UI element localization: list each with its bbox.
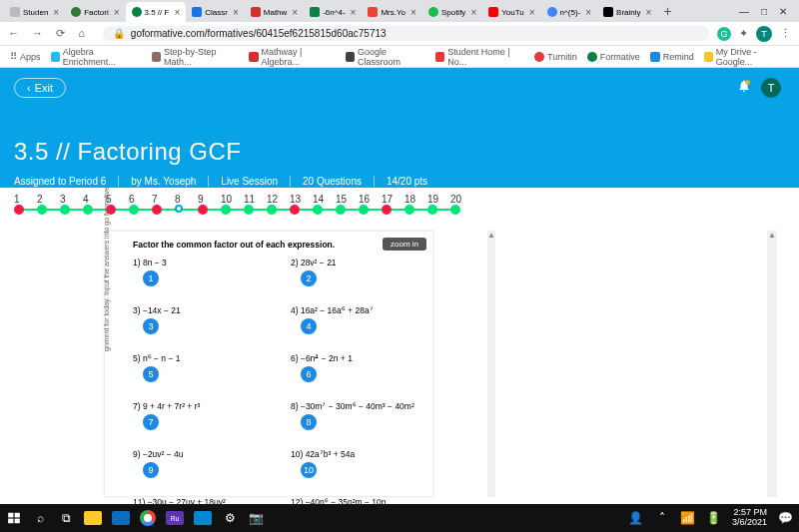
problem-number-bubble[interactable]: 7 (143, 414, 159, 430)
question-dot[interactable] (129, 205, 139, 215)
rush-icon[interactable]: Ru (166, 511, 184, 525)
file-explorer-icon[interactable] (84, 511, 102, 525)
problem-number-bubble[interactable]: 3 (143, 318, 159, 334)
question-number[interactable]: 6 (129, 194, 152, 205)
problem-number-bubble[interactable]: 9 (143, 462, 159, 478)
question-number[interactable]: 2 (37, 194, 60, 205)
zoom-in-button[interactable]: zoom in (383, 238, 426, 251)
question-dot[interactable] (382, 205, 392, 215)
problem-number-bubble[interactable]: 4 (301, 318, 317, 334)
url-bar[interactable]: 🔒 goformative.com/formatives/60415ef6215… (103, 26, 709, 41)
camera-icon[interactable]: 📷 (248, 510, 264, 526)
tab-close-icon[interactable]: × (114, 7, 120, 18)
question-dot[interactable] (450, 205, 460, 215)
people-icon[interactable]: 👤 (628, 510, 644, 526)
question-dot[interactable] (244, 205, 254, 215)
tab-close-icon[interactable]: × (585, 7, 591, 18)
grammarly-ext-icon[interactable]: G (717, 27, 731, 41)
tray-chevron-icon[interactable]: ˄ (654, 510, 670, 526)
browser-tab[interactable]: Brainly× (597, 2, 657, 22)
bookmark-apps[interactable]: ⠿Apps (10, 51, 41, 62)
settings-icon[interactable]: ⚙ (222, 510, 238, 526)
browser-tab[interactable]: Studen× (4, 2, 65, 22)
question-number[interactable]: 20 (450, 194, 473, 205)
question-dot[interactable] (336, 205, 346, 215)
photos-icon[interactable] (194, 511, 212, 525)
search-icon[interactable]: ⌕ (32, 510, 48, 526)
window-maximize-icon[interactable]: □ (761, 6, 767, 17)
browser-tab[interactable]: Mrs.Yo× (362, 2, 421, 22)
tab-close-icon[interactable]: × (410, 7, 416, 18)
browser-tab[interactable]: -6n^4-× (304, 2, 362, 22)
bookmark-item[interactable]: Mathway | Algebra... (249, 47, 336, 67)
question-number[interactable]: 7 (152, 194, 175, 205)
question-dot[interactable] (221, 205, 231, 215)
question-number[interactable]: 10 (221, 194, 244, 205)
extensions-icon[interactable]: ✦ (739, 27, 748, 40)
tab-close-icon[interactable]: × (351, 7, 357, 18)
problem-number-bubble[interactable]: 8 (301, 414, 317, 430)
question-number[interactable]: 9 (198, 194, 221, 205)
inner-scrollbar[interactable]: ▲ (487, 231, 495, 497)
question-number[interactable]: 15 (336, 194, 359, 205)
question-dot[interactable] (404, 205, 414, 215)
bookmark-item[interactable]: Algebra Enrichment... (51, 47, 142, 67)
tab-close-icon[interactable]: × (646, 7, 652, 18)
bookmark-item[interactable]: Google Classroom (346, 47, 425, 67)
browser-tab[interactable]: YouTu× (482, 2, 540, 22)
question-number[interactable]: 13 (290, 194, 313, 205)
browser-menu-icon[interactable]: ⋮ (780, 27, 791, 40)
question-dot[interactable] (427, 205, 437, 215)
tab-close-icon[interactable]: × (53, 7, 59, 18)
exit-button[interactable]: ‹ Exit (14, 78, 66, 98)
question-dot[interactable] (267, 205, 277, 215)
tab-close-icon[interactable]: × (174, 7, 180, 18)
window-minimize-icon[interactable]: — (739, 6, 749, 17)
browser-tab[interactable]: Mathw× (245, 2, 304, 22)
question-number[interactable]: 19 (427, 194, 450, 205)
bookmark-item[interactable]: Turnitin (534, 52, 577, 62)
new-tab-button[interactable]: + (663, 3, 671, 19)
user-avatar[interactable]: T (761, 78, 781, 98)
action-center-icon[interactable]: 💬 (777, 510, 793, 526)
question-number[interactable]: 3 (60, 194, 83, 205)
page-scrollbar[interactable]: ▲ (767, 231, 777, 497)
question-dot[interactable] (198, 205, 208, 215)
nav-home-icon[interactable]: ⌂ (78, 27, 85, 39)
problem-number-bubble[interactable]: 1 (143, 270, 159, 286)
question-dot[interactable] (60, 205, 70, 215)
nav-forward-icon[interactable]: → (32, 27, 43, 39)
question-dot[interactable] (83, 205, 93, 215)
tab-close-icon[interactable]: × (529, 7, 535, 18)
browser-tab-active[interactable]: 3.5 // F× (126, 2, 187, 22)
question-number[interactable]: 16 (359, 194, 382, 205)
question-dot[interactable] (290, 205, 300, 215)
question-number[interactable]: 1 (14, 194, 37, 205)
system-clock[interactable]: 2:57 PM 3/6/2021 (732, 508, 767, 528)
bookmark-item[interactable]: Step-by-Step Math... (152, 47, 240, 67)
bookmark-item[interactable]: Remind (650, 52, 694, 62)
question-dot[interactable] (152, 205, 162, 215)
chrome-icon[interactable] (140, 510, 156, 526)
problem-number-bubble[interactable]: 2 (301, 270, 317, 286)
nav-reload-icon[interactable]: ⟳ (56, 27, 65, 39)
window-close-icon[interactable]: ✕ (779, 6, 787, 17)
task-view-icon[interactable]: ⧉ (58, 510, 74, 526)
bell-icon[interactable] (737, 79, 751, 97)
battery-icon[interactable]: 🔋 (706, 510, 722, 526)
question-dot[interactable] (37, 205, 47, 215)
start-menu-icon[interactable] (6, 510, 22, 526)
wifi-icon[interactable]: 📶 (680, 510, 696, 526)
problem-number-bubble[interactable]: 10 (301, 462, 317, 478)
tab-close-icon[interactable]: × (292, 7, 298, 18)
tab-close-icon[interactable]: × (233, 7, 239, 18)
question-dot[interactable] (175, 205, 183, 213)
question-number[interactable]: 18 (404, 194, 427, 205)
bookmark-item[interactable]: Student Home | No... (435, 47, 524, 67)
question-number[interactable]: 12 (267, 194, 290, 205)
question-number[interactable]: 17 (382, 194, 404, 205)
browser-tab[interactable]: Factori× (65, 2, 125, 22)
question-dot[interactable] (14, 205, 24, 215)
question-number[interactable]: 8 (175, 194, 198, 205)
bookmark-item[interactable]: My Drive - Google... (704, 47, 789, 67)
